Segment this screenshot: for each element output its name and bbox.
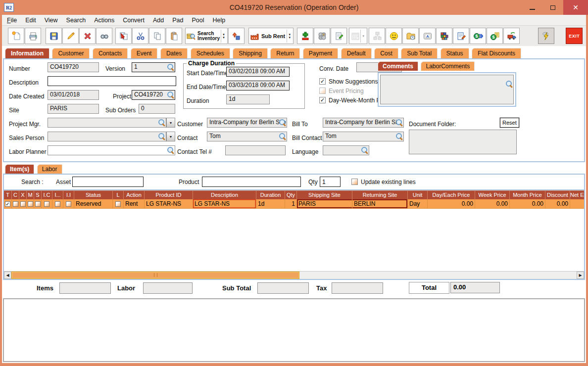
row-cell-4[interactable]	[34, 199, 42, 209]
project-search-icon[interactable]	[167, 91, 174, 98]
contact-search-icon[interactable]	[279, 133, 286, 140]
version-field[interactable]: 1	[132, 62, 175, 72]
smiley-button[interactable]	[386, 28, 402, 44]
minimize-button[interactable]	[522, 0, 542, 15]
tab-schedules[interactable]: Schedules	[191, 48, 230, 58]
comments-textarea[interactable]	[380, 75, 514, 104]
sales-person-dropdown[interactable]: ▼	[166, 132, 175, 141]
print-button[interactable]	[25, 28, 41, 44]
bill-to-search-icon[interactable]	[395, 119, 403, 126]
document-folder-button[interactable]	[402, 28, 419, 44]
end-datetime-field[interactable]: 03/03/2018 09:00 AM	[226, 81, 290, 91]
scroll-right-button[interactable]: ▶	[577, 272, 584, 279]
labor-planner-field[interactable]	[48, 145, 175, 155]
reset-button[interactable]: Reset	[500, 118, 519, 128]
row-cell-3[interactable]	[27, 199, 34, 209]
save-button[interactable]	[46, 28, 62, 44]
menu-help[interactable]: Help	[213, 17, 226, 24]
menu-view[interactable]: View	[45, 17, 58, 24]
update-existing-lines-checkbox[interactable]	[351, 179, 358, 185]
column-header-15[interactable]: Shipping Site	[297, 190, 352, 199]
menu-convert[interactable]: Convert	[123, 17, 145, 24]
number-field[interactable]: CO419720	[48, 62, 99, 72]
tab-return[interactable]: Return	[270, 48, 300, 58]
tab-labor[interactable]: Labor	[37, 164, 62, 174]
tab-labor-comments[interactable]: LaborComments	[421, 61, 475, 71]
column-header-14[interactable]: Qty	[285, 190, 297, 199]
row-checkbox-3[interactable]	[28, 201, 33, 207]
language-search-icon[interactable]	[361, 146, 368, 154]
tab-payment[interactable]: Payment	[303, 48, 338, 58]
row-cell-10[interactable]: Rent	[124, 199, 145, 209]
row-checkbox-5[interactable]	[44, 201, 49, 207]
tab-items[interactable]: Item(s)	[5, 164, 34, 174]
row-cell-21[interactable]: 0.00	[545, 199, 570, 209]
bill-contact-search-icon[interactable]	[395, 133, 403, 140]
menu-add[interactable]: Add	[153, 17, 164, 24]
tab-status[interactable]: Status	[441, 48, 469, 58]
availability-button[interactable]: ?	[314, 28, 330, 44]
row-cell-8[interactable]: Reserved	[74, 199, 113, 209]
tab-information[interactable]: Information	[5, 48, 49, 58]
column-header-0[interactable]: T	[4, 190, 12, 199]
price-update-button[interactable]: $	[470, 28, 486, 44]
copy-button[interactable]	[149, 28, 165, 44]
column-header-20[interactable]: Month Price	[510, 190, 545, 199]
delivery-button[interactable]	[503, 28, 520, 44]
version-search-icon[interactable]	[167, 63, 174, 71]
sales-person-search-icon[interactable]	[158, 133, 165, 140]
row-checkbox-7[interactable]	[66, 201, 71, 207]
menu-file[interactable]: File	[7, 17, 17, 24]
shortcut-key-button[interactable]: A	[419, 28, 436, 44]
project-field[interactable]: CO419720	[132, 90, 175, 100]
inventory-blocks-button[interactable]	[436, 28, 452, 44]
row-cell-12[interactable]: LG STAR-NS	[193, 199, 256, 209]
org-chart-button[interactable]	[369, 28, 385, 44]
row-cell-22[interactable]: 0.00	[570, 199, 585, 209]
new-order-button[interactable]	[8, 28, 24, 44]
tab-customer[interactable]: Customer	[52, 48, 90, 58]
row-checkbox-1[interactable]	[13, 201, 18, 207]
show-suggestions-checkbox[interactable]: ✓	[319, 78, 326, 85]
row-checkbox-0[interactable]: ✓	[5, 201, 10, 207]
column-header-4[interactable]: S	[34, 190, 42, 199]
day-week-month-pricing-checkbox[interactable]: ✓	[319, 97, 326, 103]
column-header-13[interactable]: Duration	[256, 190, 285, 199]
quick-flash-button[interactable]	[538, 28, 554, 44]
column-header-17[interactable]: Unit	[408, 190, 428, 199]
row-cell-19[interactable]: 0.00	[475, 199, 510, 209]
description-field[interactable]	[48, 76, 176, 86]
tab-contacts[interactable]: Contacts	[93, 48, 128, 58]
edit-button[interactable]	[62, 28, 79, 44]
bill-to-field[interactable]: Intra-Company for Berlin Site	[323, 118, 404, 128]
column-header-1[interactable]: C	[12, 190, 19, 199]
menu-search[interactable]: Search	[66, 17, 86, 24]
document-folder-box[interactable]	[409, 130, 517, 154]
sub-orders-field[interactable]: 0	[139, 104, 175, 114]
schedule-button[interactable]: ▼	[349, 28, 367, 44]
search-inventory-button[interactable]: SearchInventory ▼▼	[185, 28, 228, 44]
copy-order-button[interactable]	[115, 28, 132, 44]
column-header-8[interactable]: Status	[74, 190, 113, 199]
row-checkbox-4[interactable]	[35, 201, 41, 207]
maximize-button[interactable]	[542, 0, 563, 15]
bill-contact-field[interactable]: Tom	[323, 132, 404, 141]
column-header-2[interactable]: X	[19, 190, 27, 199]
row-cell-2[interactable]	[19, 199, 27, 209]
exit-button[interactable]: EXIT	[566, 28, 583, 44]
menu-edit[interactable]: Edit	[25, 17, 36, 24]
menu-pool[interactable]: Pool	[192, 17, 204, 24]
close-button[interactable]: ✕	[563, 0, 588, 15]
row-cell-17[interactable]: Day	[408, 199, 428, 209]
tab-default[interactable]: Default	[341, 48, 372, 58]
tab-event[interactable]: Event	[131, 48, 158, 58]
tab-sub-total[interactable]: Sub Total	[401, 48, 438, 58]
column-header-9[interactable]: L	[113, 190, 124, 199]
scrollbar-thumb[interactable]	[11, 272, 299, 279]
menu-pad[interactable]: Pad	[172, 17, 183, 24]
row-cell-20[interactable]: 0.00	[510, 199, 545, 209]
row-cell-13[interactable]: 1d	[256, 199, 285, 209]
convert-button[interactable]	[228, 28, 245, 44]
row-checkbox-9[interactable]	[115, 201, 121, 207]
paste-button[interactable]	[166, 28, 182, 44]
